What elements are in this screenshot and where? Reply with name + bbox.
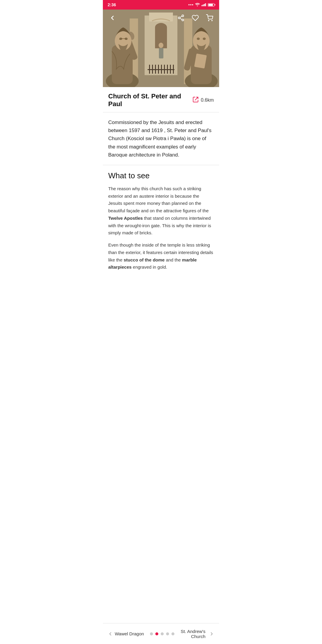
prev-label: Wawel Dragon xyxy=(115,631,144,636)
svg-point-13 xyxy=(125,38,128,40)
title-section: Church of St. Peter and Paul 0.6km xyxy=(103,87,219,112)
svg-rect-25 xyxy=(149,65,150,74)
wifi-icon xyxy=(195,3,200,7)
nav-dot-1[interactable] xyxy=(150,632,153,635)
paragraph-1: The reason why this church has such a st… xyxy=(108,185,214,237)
hero-actions xyxy=(176,13,214,24)
paragraph1-before-bold: The reason why this church has such a st… xyxy=(108,186,209,213)
bottom-nav: Wawel Dragon St. Andrew'sChurch xyxy=(103,623,219,644)
nav-dots xyxy=(150,632,174,635)
svg-point-20 xyxy=(203,38,206,40)
cart-button[interactable] xyxy=(205,13,214,24)
paragraph1-bold: Twelve Apostles xyxy=(108,216,143,221)
svg-rect-22 xyxy=(159,48,163,58)
direction-icon xyxy=(192,96,199,104)
next-nav[interactable]: St. Andrew'sChurch xyxy=(181,629,214,639)
nav-dot-3[interactable] xyxy=(161,632,164,635)
signal-dots-icon xyxy=(188,4,193,5)
svg-point-19 xyxy=(197,38,200,40)
svg-rect-30 xyxy=(164,65,165,74)
what-to-see-heading: What to see xyxy=(108,171,214,180)
place-title: Church of St. Peter and Paul xyxy=(108,92,192,108)
svg-point-21 xyxy=(159,43,163,48)
paragraph2-after-bold2: engraved in gold. xyxy=(131,264,167,270)
description-text: Commissioned by the Jesuits and erected … xyxy=(108,118,214,159)
battery-icon xyxy=(208,3,214,7)
nav-dot-2[interactable] xyxy=(155,632,158,635)
svg-line-38 xyxy=(180,16,182,18)
description-section: Commissioned by the Jesuits and erected … xyxy=(103,112,219,165)
nav-dot-4[interactable] xyxy=(166,632,169,635)
next-label: St. Andrew'sChurch xyxy=(181,629,205,639)
next-button[interactable] xyxy=(209,631,214,637)
signal-strength-icon xyxy=(202,3,206,6)
svg-rect-29 xyxy=(161,65,162,74)
status-time: 2:36 xyxy=(108,2,116,7)
prev-button[interactable] xyxy=(108,631,113,637)
hero-image xyxy=(103,10,219,87)
distance-text: 0.6km xyxy=(201,97,214,103)
prev-nav[interactable]: Wawel Dragon xyxy=(108,631,144,637)
svg-point-39 xyxy=(208,20,209,21)
share-button[interactable] xyxy=(176,13,186,24)
svg-rect-31 xyxy=(167,65,168,74)
favorite-button[interactable] xyxy=(191,13,200,24)
svg-rect-32 xyxy=(170,65,171,74)
svg-rect-27 xyxy=(155,65,156,74)
distance-container: 0.6km xyxy=(192,96,214,104)
paragraph2-between-bold: and the xyxy=(165,257,182,262)
svg-point-40 xyxy=(212,20,212,21)
svg-rect-28 xyxy=(158,65,159,74)
what-to-see-section: What to see The reason why this church h… xyxy=(103,165,219,282)
svg-rect-33 xyxy=(173,65,174,74)
status-bar-right xyxy=(188,3,214,7)
svg-point-12 xyxy=(119,38,122,40)
paragraph2-bold1: stucco of the dome xyxy=(124,257,165,262)
svg-line-37 xyxy=(180,18,182,20)
back-button[interactable] xyxy=(108,13,117,24)
svg-rect-26 xyxy=(152,65,153,74)
paragraph-2: Even though the inside of the temple is … xyxy=(108,242,214,271)
nav-dot-5[interactable] xyxy=(171,632,174,635)
hero-nav xyxy=(103,10,219,27)
status-bar: 2:36 xyxy=(103,0,219,10)
